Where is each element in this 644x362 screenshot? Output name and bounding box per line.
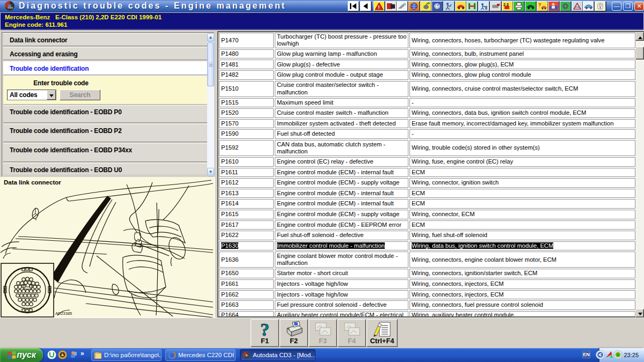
svg-text:2 3: 2 3 <box>503 3 509 6</box>
svg-text:?: ? <box>260 321 269 339</box>
svg-text:AD23385: AD23385 <box>55 311 72 316</box>
svg-text:!: ! <box>378 4 380 10</box>
svg-text:?: ? <box>538 2 541 8</box>
